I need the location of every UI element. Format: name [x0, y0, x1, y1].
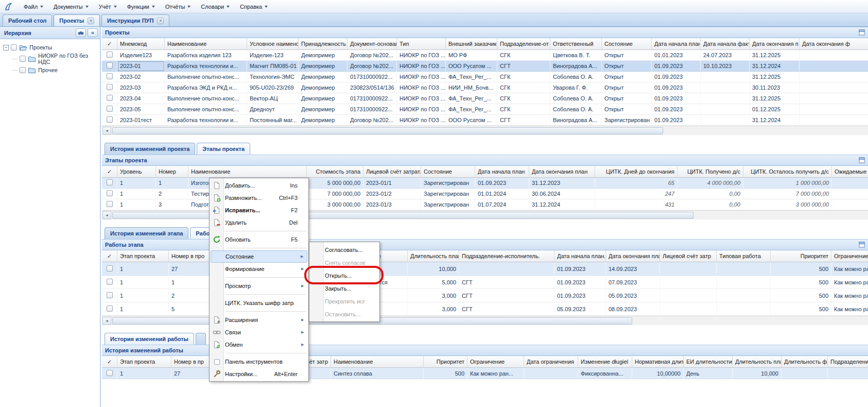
row-checkbox[interactable] [107, 116, 113, 123]
scrollbar-thumb[interactable] [112, 127, 663, 134]
tree-checkbox[interactable] [20, 56, 26, 62]
column-header[interactable]: Этап проекта [117, 356, 171, 368]
tree-checkbox[interactable] [11, 44, 17, 50]
column-header[interactable]: Состояние [421, 166, 475, 178]
column-header[interactable]: Приоритет [771, 250, 831, 262]
tab[interactable]: Проекты× [54, 14, 100, 26]
menubar-item[interactable]: Файл [19, 2, 48, 12]
column-header[interactable]: Дата окончания план [529, 166, 595, 178]
column-header[interactable]: Тип [397, 38, 446, 50]
menu-item[interactable]: Просмотр▶ [211, 280, 307, 292]
row-checkbox[interactable] [107, 370, 113, 376]
column-header[interactable]: Дата начала план [475, 166, 529, 178]
tab[interactable]: История изменений проекта [105, 143, 195, 155]
menu-item[interactable]: Закрыть... [310, 282, 378, 295]
menubar-item[interactable]: Документы [48, 2, 94, 12]
menu-item[interactable]: Состояние▶ [211, 250, 307, 263]
menubar-item[interactable]: Отчёты [160, 2, 196, 12]
column-header[interactable]: Мнемокод [117, 38, 165, 50]
row-checkbox[interactable] [107, 201, 113, 207]
column-header[interactable]: ✓ [102, 356, 117, 368]
column-header[interactable]: Дата ограничения [524, 356, 578, 368]
menu-item[interactable]: Исправить...F2 [211, 204, 307, 216]
column-header[interactable]: Ожидаемые [832, 166, 868, 178]
tab[interactable]: История изменений работы [105, 333, 194, 345]
column-header[interactable]: Условное наименова [247, 38, 299, 50]
table-row[interactable]: 2023-05Выполнение опытно-конс...Дредноут… [102, 104, 868, 115]
column-header[interactable]: Дата начала факт. [701, 38, 750, 50]
row-checkbox[interactable] [107, 190, 113, 196]
column-header[interactable]: Документ-основан [348, 38, 397, 50]
column-header[interactable]: ✓ [102, 38, 117, 50]
menu-item[interactable]: Согласовать... [310, 243, 378, 256]
row-checkbox[interactable] [107, 179, 113, 185]
scroll-left-icon[interactable]: ◄ [102, 127, 111, 135]
column-header[interactable]: ✓ [102, 250, 117, 262]
column-header[interactable]: Подразделение-ис [828, 356, 868, 368]
row-checkbox[interactable] [107, 292, 113, 298]
collapse-panel-icon[interactable]: « [88, 28, 98, 37]
menubar-item[interactable]: Словари [196, 2, 235, 12]
menubar-item[interactable]: Учёт [94, 2, 122, 12]
menu-item[interactable]: Обмен▶ [211, 338, 307, 351]
tree-node[interactable]: НИОКР по ГОЗ без НДС [0, 53, 100, 64]
column-header[interactable]: Типовая работа [717, 250, 771, 262]
horizontal-scrollbar[interactable]: ◄ [102, 126, 868, 135]
menu-item[interactable]: ОбновитьF5 [211, 233, 307, 246]
column-header[interactable]: Наименование [165, 38, 247, 50]
table-row[interactable]: 2023-03Разработка ЭКД и РКД н...905-U020… [102, 82, 868, 93]
window-icon[interactable] [859, 157, 865, 163]
scrollbar-thumb[interactable] [112, 212, 693, 219]
tab[interactable] [196, 333, 206, 345]
menu-item[interactable]: УдалитьDel [211, 216, 307, 229]
column-header[interactable]: Лицевой счёт затрат. [363, 166, 421, 178]
tab[interactable]: Инструкции ПУП× [101, 14, 169, 26]
menu-item[interactable]: ЦИТК. Указать шифр затрат... [211, 297, 307, 309]
scroll-left-icon[interactable]: ◄ [102, 211, 111, 219]
tab[interactable]: Рабочий стол [3, 14, 52, 26]
tab[interactable]: Этапы проекта [197, 143, 250, 155]
column-header[interactable]: ЕИ длительности [684, 356, 733, 368]
column-header[interactable]: Дата окончания ф [800, 38, 868, 50]
table-row[interactable]: 2023-04Выполнение опытно-конс...Вектор-А… [102, 93, 868, 104]
column-header[interactable]: Этап проекта [117, 250, 169, 262]
column-header[interactable]: Лицевой счёт затр [660, 250, 717, 262]
close-icon[interactable]: × [88, 18, 94, 24]
column-header[interactable]: Подразделение-от [497, 38, 550, 50]
menubar-item[interactable]: Справка [235, 2, 273, 12]
column-header[interactable]: Изменение długiel [578, 356, 632, 368]
menu-item[interactable]: Настройки...Alt+Enter [211, 368, 307, 380]
collapse-icon[interactable] [3, 45, 9, 50]
menu-item[interactable]: Панель инструментов [211, 355, 307, 368]
column-header[interactable]: Номер [156, 166, 188, 178]
column-header[interactable]: Принадлежность [299, 38, 348, 50]
tree-node[interactable]: Проекты [0, 42, 100, 53]
menu-item[interactable]: Открыть... [310, 269, 378, 282]
close-icon[interactable]: × [157, 18, 164, 24]
menu-item[interactable]: Формирование▶ [211, 263, 307, 275]
table-row[interactable]: 2023-02Выполнение опытно-конс...Технолог… [102, 72, 868, 82]
column-header[interactable]: ЦИТК. Получено д/с [678, 166, 743, 178]
column-header[interactable]: Ответственный [550, 38, 602, 50]
table-row[interactable]: 2023-01тестРазработка технологии и...Пос… [102, 115, 868, 126]
column-header[interactable]: ✓ [102, 166, 117, 178]
scroll-left-icon[interactable]: ◄ [102, 317, 111, 325]
column-header[interactable]: ЦИТК. Осталось получить д/с [743, 166, 832, 178]
column-header[interactable]: Дата начала план. [652, 38, 701, 50]
row-checkbox[interactable] [107, 52, 113, 58]
menu-item[interactable]: Добавить...Ins [211, 179, 307, 192]
table-row[interactable]: 2023-01Разработка технологии и...Магнит … [102, 61, 868, 72]
column-header[interactable]: ЦИТК. Дней до окончания [595, 166, 678, 178]
row-checkbox[interactable] [107, 106, 113, 112]
menu-item[interactable]: Связи▶ [211, 326, 307, 338]
tab[interactable]: История изменений этапа [105, 227, 188, 239]
row-checkbox[interactable] [107, 279, 113, 285]
menubar-item[interactable]: Функции [122, 2, 160, 12]
column-header[interactable]: Приоритет [424, 356, 467, 368]
window-icon[interactable] [859, 29, 865, 36]
row-checkbox[interactable] [107, 84, 113, 90]
column-header[interactable]: Нормативная длит [632, 356, 684, 368]
search-icon[interactable] [76, 28, 86, 37]
column-header[interactable]: Длительность фак [782, 356, 828, 368]
tree-checkbox[interactable] [20, 67, 26, 73]
